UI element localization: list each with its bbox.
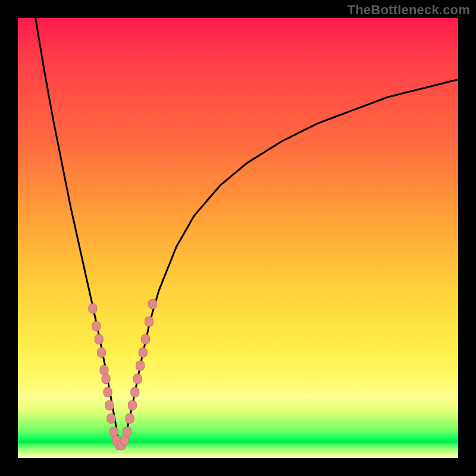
sample-marker: [126, 414, 134, 423]
sample-marker: [105, 400, 114, 410]
sample-marker: [145, 317, 154, 327]
sample-marker: [128, 400, 136, 410]
watermark-text: TheBottleneck.com: [347, 2, 470, 18]
sample-marker: [148, 299, 156, 309]
bottleneck-curve: [36, 18, 458, 445]
curve-layer: [18, 18, 458, 458]
sample-marker: [136, 361, 145, 371]
sample-marker: [102, 374, 110, 384]
sample-marker: [92, 321, 101, 331]
sample-marker: [89, 303, 97, 313]
sample-marker: [142, 334, 150, 344]
sample-marker: [133, 374, 142, 384]
bottleneck-curve-path: [36, 18, 458, 445]
sample-marker: [100, 365, 108, 375]
sample-marker: [131, 387, 139, 397]
sample-marker: [104, 387, 112, 397]
sample-marker: [120, 436, 129, 445]
sample-marker: [139, 347, 147, 357]
sample-marker: [107, 414, 115, 423]
plot-area: [18, 18, 458, 458]
sample-marker: [109, 427, 118, 437]
sample-marker: [98, 347, 106, 357]
sample-marker: [95, 334, 103, 344]
sample-marker: [123, 427, 131, 437]
chart-frame: TheBottleneck.com: [0, 0, 476, 476]
sample-markers: [89, 299, 157, 450]
